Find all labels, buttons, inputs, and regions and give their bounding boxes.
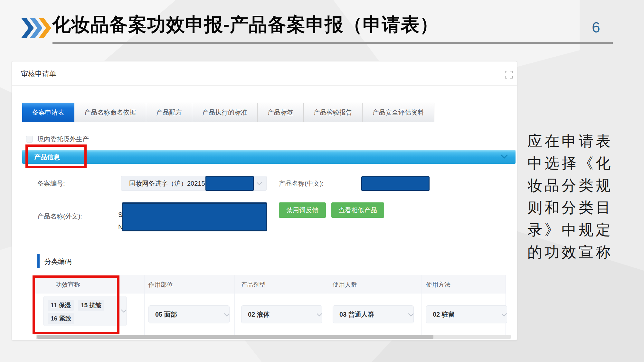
tab-product-standard[interactable]: 产品执行的标准 — [192, 103, 258, 122]
title-underline — [52, 42, 613, 44]
page-number: 6 — [592, 19, 600, 36]
tab-bar: 备案申请表 产品名称命名依据 产品配方 产品执行的标准 产品标签 产品检验报告 … — [22, 103, 434, 122]
divider — [12, 85, 517, 86]
slide: 化妆品备案功效申报-产品备案申报（申请表） 6 审核申请单 备案申请表 产品名称… — [0, 0, 644, 362]
tab-filing-application-form[interactable]: 备案申请表 — [22, 103, 74, 122]
user-group-value: 03 普通人群 — [339, 310, 374, 319]
column-header-application-site: 作用部位 — [148, 281, 173, 289]
annotation-line: 妆品分类规 — [527, 174, 634, 197]
tab-product-safety-assessment[interactable]: 产品安全评估资料 — [363, 103, 434, 122]
view-similar-products-button[interactable]: 查看相似产品 — [331, 202, 384, 218]
highlight-box-efficacy-claims — [33, 275, 119, 334]
outsourcing-checkbox-label: 境内委托境外生产 — [37, 135, 89, 144]
column-header-user-group: 使用人群 — [333, 281, 357, 289]
annotation-line: 中选择《化 — [527, 152, 634, 174]
annotation-line: 的功效宣称 — [527, 241, 634, 263]
annotation-line: 应在申请表 — [527, 130, 634, 152]
column-divider — [421, 275, 421, 335]
annotation-text: 应在申请表 中选择《化 妆品分类规 则和分类目 录》中规定 的功效宣称 — [527, 130, 634, 263]
review-application-panel: 审核申请单 备案申请表 产品名称命名依据 产品配方 产品执行的标准 产品标签 产… — [12, 61, 517, 340]
forbidden-words-feedback-button[interactable]: 禁用词反馈 — [279, 202, 326, 218]
column-divider — [234, 275, 235, 335]
page-title: 化妆品备案功效申报-产品备案申报（申请表） — [52, 12, 439, 37]
column-header-dosage-form: 产品剂型 — [241, 281, 266, 289]
horizontal-scrollbar-thumb[interactable] — [37, 335, 433, 339]
application-site-value: 05 面部 — [155, 310, 177, 319]
outsourcing-checkbox-row: 境内委托境外生产 — [26, 135, 89, 144]
outsourcing-checkbox[interactable] — [26, 136, 33, 143]
usage-method-select[interactable]: 02 驻留 — [426, 305, 507, 323]
redaction-box — [205, 176, 254, 191]
redaction-box — [361, 176, 430, 191]
tab-product-inspection-report[interactable]: 产品检验报告 — [304, 103, 363, 122]
dosage-form-value: 02 液体 — [248, 310, 270, 319]
annotation-line: 则和分类目 — [527, 197, 634, 219]
section-accent-bar — [37, 254, 40, 268]
redaction-box — [122, 202, 267, 231]
classification-section-title: 分类编码 — [44, 257, 71, 266]
column-divider — [144, 275, 145, 335]
tab-product-label[interactable]: 产品标签 — [258, 103, 304, 122]
tab-product-formula[interactable]: 产品配方 — [146, 103, 192, 122]
application-site-select[interactable]: 05 面部 — [148, 305, 230, 323]
usage-method-value: 02 驻留 — [433, 310, 455, 319]
column-divider — [328, 275, 328, 335]
annotation-line: 录》中规定 — [527, 219, 634, 241]
product-name-cn-label: 产品名称(中文): — [279, 179, 324, 188]
user-group-select[interactable]: 03 普通人群 — [333, 305, 414, 323]
column-header-usage-method: 使用方法 — [426, 281, 450, 289]
panel-title: 审核申请单 — [21, 69, 56, 79]
fullscreen-icon[interactable] — [505, 70, 513, 79]
dosage-form-select[interactable]: 02 液体 — [241, 305, 322, 323]
filing-number-value: 国妆网备进字（沪）20215 — [129, 179, 205, 188]
highlight-box-product-info — [25, 144, 87, 168]
filing-number-label: 备案编号: — [37, 179, 65, 188]
triple-chevron-icon — [21, 18, 52, 39]
product-info-section-header[interactable]: 产品信息 — [22, 150, 516, 164]
tab-product-naming-basis[interactable]: 产品名称命名依据 — [74, 103, 146, 122]
product-name-en-label: 产品名称(外文): — [37, 212, 82, 221]
